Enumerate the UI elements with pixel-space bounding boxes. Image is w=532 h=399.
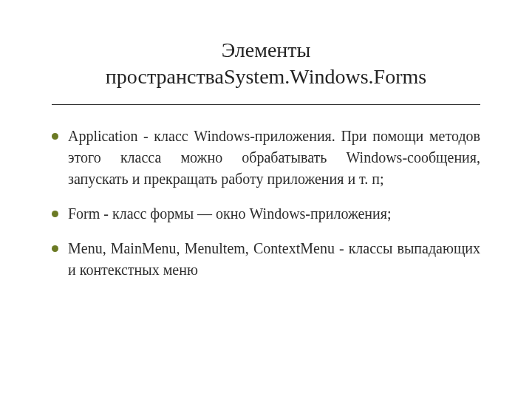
- slide: Элементы пространстваSystem.Windows.Form…: [0, 0, 532, 399]
- title-line-1: Элементы: [222, 38, 311, 61]
- list-item: Application - класс Windows-приложения. …: [52, 126, 480, 190]
- bullet-list: Application - класс Windows-приложения. …: [52, 126, 480, 281]
- bullet-text: Form - класс формы — окно Windows-прилож…: [68, 205, 392, 222]
- title-line-2: пространстваSystem.Windows.Forms: [106, 65, 426, 88]
- list-item: Form - класс формы — окно Windows-прилож…: [52, 203, 480, 225]
- title-underline: [52, 104, 480, 105]
- slide-title: Элементы пространстваSystem.Windows.Form…: [52, 37, 480, 91]
- list-item: Menu, MainMenu, Menultem, ContextMenu - …: [52, 238, 480, 281]
- bullet-text: Menu, MainMenu, Menultem, ContextMenu - …: [68, 240, 480, 278]
- bullet-text: Application - класс Windows-приложения. …: [68, 128, 480, 187]
